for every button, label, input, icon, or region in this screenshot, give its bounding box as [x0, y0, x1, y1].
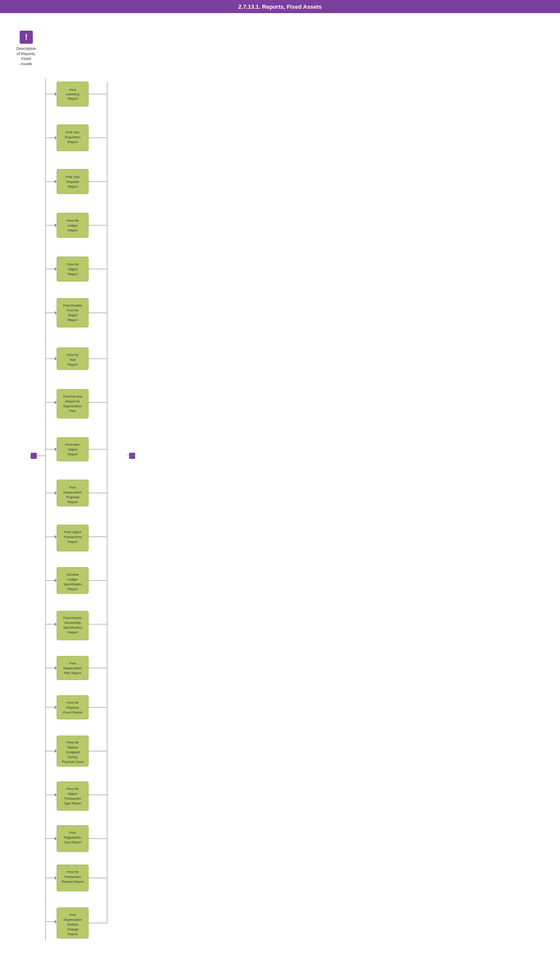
- svg-marker-62: [55, 579, 57, 582]
- svg-text:Type Report: Type Report: [64, 801, 82, 805]
- svg-text:Report: Report: [68, 500, 78, 504]
- svg-text:Transaction: Transaction: [64, 875, 81, 879]
- svg-text:Physical: Physical: [66, 706, 79, 710]
- svg-marker-91: [55, 793, 57, 797]
- svg-marker-13: [55, 180, 57, 183]
- flow-diagram: Print Inventory Report Print Year Acquis…: [9, 26, 402, 958]
- svg-text:Year: Year: [69, 358, 76, 362]
- svg-text:Transaction: Transaction: [64, 797, 81, 801]
- svg-text:Report: Report: [68, 540, 78, 544]
- svg-text:Report: Report: [68, 452, 78, 456]
- svg-marker-68: [55, 622, 57, 626]
- svg-text:Print: Print: [69, 88, 76, 92]
- svg-text:Report: Report: [68, 630, 78, 634]
- svg-marker-18: [55, 224, 57, 227]
- svg-text:Reason Report: Reason Report: [62, 880, 84, 884]
- svg-text:Print: Print: [69, 913, 76, 917]
- svg-text:Scrapped: Scrapped: [66, 750, 80, 754]
- svg-text:Print FA: Print FA: [67, 701, 79, 705]
- svg-text:Change: Change: [67, 927, 78, 931]
- svg-text:Print FA: Print FA: [67, 787, 79, 791]
- svg-text:Specification: Specification: [63, 582, 82, 586]
- svg-text:Ledger: Ledger: [67, 224, 78, 227]
- svg-text:Print FA: Print FA: [67, 353, 79, 357]
- svg-text:Count Report: Count Report: [63, 710, 83, 714]
- svg-marker-46: [55, 448, 57, 451]
- svg-text:Report: Report: [68, 587, 78, 591]
- svg-text:Depreciation: Depreciation: [63, 404, 82, 408]
- svg-marker-97: [55, 837, 57, 840]
- report-box-r6[interactable]: [57, 298, 88, 327]
- description-text: Descriptionof Reports,FixedAssets: [16, 46, 36, 67]
- svg-text:Print FA: Print FA: [67, 870, 79, 874]
- svg-marker-3: [55, 92, 57, 96]
- svg-text:Card Report: Card Report: [64, 840, 82, 844]
- svg-marker-51: [55, 491, 57, 495]
- page-header: 2.7.13.1. Reports, Fixed Assets: [0, 0, 560, 13]
- report-box-r17[interactable]: [57, 782, 88, 811]
- svg-text:Print Rotable: Print Rotable: [63, 304, 82, 308]
- svg-text:Report: Report: [68, 363, 78, 367]
- svg-text:Print Year: Print Year: [66, 130, 80, 134]
- svg-text:Print Year: Print Year: [66, 175, 80, 179]
- svg-text:Report: Report: [68, 228, 78, 232]
- svg-text:Pool FA: Pool FA: [67, 308, 78, 312]
- svg-text:Print Main: Print Main: [65, 443, 80, 447]
- description-block: ! Descriptionof Reports,FixedAssets: [9, 31, 44, 67]
- svg-text:Method: Method: [67, 923, 78, 927]
- svg-text:Depreciation: Depreciation: [63, 918, 82, 922]
- exclamation-icon: !: [20, 31, 33, 44]
- svg-marker-107: [55, 920, 57, 923]
- svg-text:Report: Report: [68, 932, 78, 936]
- svg-text:Print: Print: [69, 831, 76, 835]
- svg-text:Print FA: Print FA: [67, 741, 79, 745]
- svg-text:Object: Object: [68, 448, 78, 451]
- svg-text:Ledger: Ledger: [67, 577, 78, 581]
- svg-text:Report: Report: [68, 97, 78, 101]
- svg-text:Inventory: Inventory: [66, 92, 80, 96]
- svg-text:Report: Report: [68, 318, 78, 322]
- svg-marker-74: [55, 666, 57, 670]
- svg-text:Report for: Report for: [65, 399, 80, 403]
- header-title: 2.7.13.1. Reports, Fixed Assets: [238, 3, 322, 10]
- svg-marker-79: [55, 706, 57, 709]
- svg-text:Object: Object: [68, 792, 78, 796]
- svg-text:Print FA: Print FA: [67, 219, 79, 223]
- svg-marker-40: [55, 401, 57, 404]
- svg-text:Report: Report: [68, 272, 78, 276]
- svg-text:Specification: Specification: [63, 626, 82, 629]
- svg-marker-8: [55, 136, 57, 140]
- svg-text:Print FA Year: Print FA Year: [63, 395, 82, 399]
- svg-text:Depreciation: Depreciation: [63, 666, 82, 670]
- svg-text:Fixed Assets: Fixed Assets: [63, 616, 82, 620]
- svg-text:Object: Object: [68, 267, 78, 271]
- svg-text:General: General: [67, 573, 79, 577]
- svg-text:Acquisition: Acquisition: [65, 135, 80, 139]
- svg-marker-35: [55, 357, 57, 360]
- svg-text:During: During: [68, 755, 77, 759]
- svg-marker-24: [55, 267, 57, 271]
- svg-text:Print Object: Print Object: [64, 530, 81, 534]
- svg-text:Proposal: Proposal: [66, 495, 79, 499]
- svg-text:Objects: Objects: [67, 745, 78, 749]
- connector-left: [31, 453, 37, 459]
- svg-marker-57: [55, 535, 57, 538]
- svg-text:Disposal: Disposal: [66, 180, 79, 184]
- content-area: ! Descriptionof Reports,FixedAssets Prin…: [0, 13, 560, 958]
- svg-marker-29: [55, 311, 57, 315]
- svg-marker-102: [55, 876, 57, 880]
- svg-text:Print FA: Print FA: [67, 262, 79, 266]
- svg-text:Depreciation: Depreciation: [63, 490, 82, 494]
- svg-text:Print: Print: [69, 486, 76, 489]
- svg-text:Object: Object: [68, 313, 78, 317]
- svg-text:Physical Count: Physical Count: [62, 760, 84, 764]
- svg-text:Plan Report: Plan Report: [64, 671, 82, 675]
- svg-text:Plan: Plan: [69, 409, 76, 413]
- svg-text:Accounting: Accounting: [64, 621, 80, 625]
- svg-text:Print: Print: [69, 661, 76, 665]
- svg-text:Report: Report: [68, 140, 78, 144]
- svg-text:Transactions: Transactions: [63, 535, 82, 539]
- report-box-r8[interactable]: [57, 389, 88, 418]
- svg-text:Report: Report: [68, 185, 78, 189]
- svg-text:Registration: Registration: [64, 836, 81, 839]
